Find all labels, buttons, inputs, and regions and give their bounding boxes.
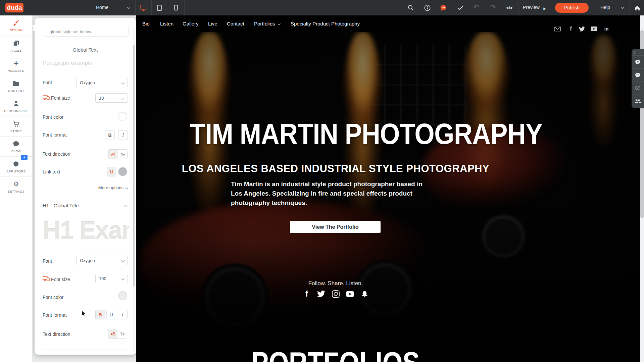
h1-underline-button[interactable]: U [106,310,116,319]
site-nav-portfolios[interactable]: Portfolios [254,21,280,27]
site-nav-gallery[interactable]: Gallery [183,21,199,27]
follow-share-listen-text: Follow. Share. Listen. [168,280,503,287]
pilcrow-ltr-icon: ▸¶ [111,152,115,157]
italic-button[interactable]: I [118,130,128,140]
search-icon[interactable] [407,4,414,11]
chevron-up-icon[interactable] [124,205,128,208]
publish-button[interactable]: Publish [555,3,589,13]
duda-logo[interactable]: duda [5,3,23,12]
font-color-swatch[interactable] [118,112,127,121]
font-select[interactable]: Oxygen [76,78,128,87]
site-nav-specialty[interactable]: Specialty Product Photography [291,21,360,27]
sidebar-item-label: DESIGN [0,28,32,32]
sidebar-item-pages[interactable]: PAGES [0,36,32,56]
link-color-swatch[interactable] [118,167,127,176]
person-icon [0,100,32,107]
ltr-button[interactable]: ▸¶ [108,149,118,159]
font-size-select[interactable]: 18 [95,93,128,103]
help-menu[interactable]: Help [600,5,610,10]
text-direction-label: Text direction [43,331,70,337]
sidebar-item-label: BLOG [0,149,32,153]
h1-italic-button[interactable]: I [118,310,128,319]
feedback-icon[interactable] [440,4,447,11]
sidebar-item-settings[interactable]: ⚙ SETTINGS [0,176,32,197]
tablet-view-icon[interactable] [156,4,163,11]
h1-rtl-button[interactable]: ¶◂ [117,329,127,339]
panel-scrollbar[interactable] [133,27,135,352]
email-icon[interactable] [554,25,561,32]
font-format-label: Font format [43,132,67,138]
facebook-icon[interactable]: f [302,290,311,298]
team-button[interactable] [632,95,644,108]
divider [549,0,549,15]
divider [135,0,136,15]
h1-font-select[interactable]: Oxygen [76,256,128,265]
rtl-button[interactable]: ¶◂ [118,149,128,159]
sidebar-item-label: STORE [0,129,32,133]
h1-bold-button[interactable]: B [95,310,105,319]
site-nav-live[interactable]: Live [208,21,217,27]
facebook-icon[interactable]: f [567,25,575,32]
link-underline-button[interactable]: U [107,167,116,176]
dashboard-home-icon[interactable] [634,4,641,11]
twitter-icon[interactable] [317,290,326,298]
font-size-label: Font size [51,277,70,282]
italic-glyph: I [122,312,123,317]
sidebar-item-label: APP STORE [0,169,32,173]
divider [151,0,152,15]
more-options-label: More options [98,185,123,190]
site-nav-listen[interactable]: Listen [160,21,174,27]
snapchat-icon[interactable] [360,290,369,298]
hide-comments-button[interactable] [632,82,644,95]
site-preview: Bio Listen Gallery Live Contact Portfoli… [136,15,640,362]
youtube-icon[interactable] [346,290,354,298]
h1-ltr-button[interactable]: ▸¶ [108,329,118,339]
site-nav-contact[interactable]: Contact [227,21,244,27]
chevron-down-icon [121,259,125,262]
sidebar-item-design[interactable]: DESIGN [0,15,32,36]
sidebar-item-label: SETTINGS [0,190,32,193]
show-comments-button[interactable] [632,69,644,82]
sidebar-item-blog[interactable]: BLOG [0,136,32,157]
redo-icon[interactable]: ↷ [489,3,497,11]
folder-icon [0,80,32,87]
h1-font-size-select[interactable]: 100 [95,274,128,283]
more-options-link[interactable]: More options [98,185,128,190]
instagram-icon[interactable] [331,290,340,298]
responsive-size-icon [43,95,50,100]
speech-bubble-icon [0,140,32,148]
view-portfolio-button[interactable]: View The Portfolio [290,221,381,233]
text-direction-label: Text direction [43,151,70,157]
sidebar-item-personalize[interactable]: PERSONALIZE [0,96,32,116]
twitter-icon[interactable] [578,25,586,32]
info-icon[interactable] [424,4,431,11]
hero-subtitle: LOS ANGELES BASED INDUSTRIAL STYLE PHOTO… [168,163,503,175]
save-check-icon[interactable] [457,4,464,11]
desktop-view-icon[interactable] [140,4,147,11]
add-comment-button[interactable] [632,56,644,69]
bold-button[interactable]: B [105,130,115,140]
sidebar-item-store[interactable]: STORE [0,116,32,137]
h1-font-value: Oxygen [80,258,95,263]
panel-scrollbar-thumb[interactable] [133,45,135,287]
site-nav-portfolios-label: Portfolios [254,21,275,27]
page-selector[interactable]: Home [96,5,108,10]
site-nav-bio[interactable]: Bio [142,21,150,27]
preview-button[interactable]: Preview [523,5,540,10]
undo-icon[interactable]: ↶ [473,3,480,11]
puzzle-icon [0,160,32,168]
h1-font-color-swatch[interactable] [118,291,127,300]
youtube-icon[interactable] [590,25,598,32]
mobile-view-icon[interactable] [172,4,180,11]
toolbar-help-icon[interactable]: ? [634,51,636,54]
global-text-heading: Global Text [35,47,136,53]
h1-font-size-value: 100 [99,276,106,281]
toolbar-close-icon[interactable]: × [640,51,642,54]
sidebar-item-app-store[interactable]: ★ APP STORE [0,156,32,177]
linkedin-icon[interactable]: in [603,25,610,32]
sidebar-item-content[interactable]: CONTENT [0,76,32,96]
h1-section-heading: H1 - Global Title [43,203,79,208]
sidebar-item-widgets[interactable]: + WIDGETS [0,56,32,76]
hero-title: TIM MARTIN PHOTOGRAPHY [190,117,482,151]
dev-mode-icon[interactable]: </> [504,4,514,11]
